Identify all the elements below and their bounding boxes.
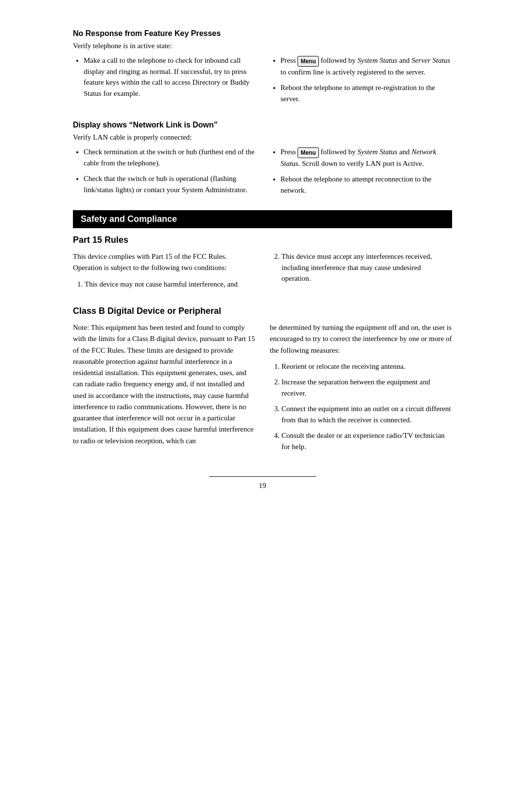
italic-text: Server Status — [412, 56, 451, 64]
list-item: Reorient or relocate the receiving anten… — [281, 361, 452, 372]
section1-right-bullets: Press Menu followed by System Status and… — [270, 55, 452, 104]
classB-heading: Class B Digital Device or Peripheral — [73, 306, 452, 316]
classB-columns: Note: This equipment has been tested and… — [73, 322, 452, 457]
part15-intro: This device complies with Part 15 of the… — [73, 251, 255, 274]
menu-key-icon: Menu — [298, 147, 318, 158]
section1-left-col: Make a call to the telephone to check fo… — [73, 55, 255, 109]
classB-left-col: Note: This equipment has been tested and… — [73, 322, 255, 457]
page-divider — [209, 476, 316, 477]
list-item: Reboot the telephone to attempt reconnec… — [280, 174, 452, 196]
italic-text: System Status — [357, 56, 397, 64]
section2-right-bullets: Press Menu followed by System Status and… — [270, 146, 452, 196]
section2-right-col: Press Menu followed by System Status and… — [270, 146, 452, 200]
list-item: Press Menu followed by System Status and… — [280, 55, 452, 77]
list-item: Press Menu followed by System Status and… — [280, 146, 452, 169]
section2-heading: Display shows “Network Link is Down” — [73, 121, 452, 129]
part15-left-col: This device complies with Part 15 of the… — [73, 251, 255, 294]
classB-right-para: be determined by turning the equipment o… — [270, 322, 452, 356]
list-item: Connect the equipment into an outlet on … — [281, 403, 452, 425]
section2-left-col: Check termination at the switch or hub (… — [73, 146, 255, 200]
part15-left-list: This device may not cause harmful interf… — [73, 279, 255, 290]
classB-right-col: be determined by turning the equipment o… — [270, 322, 452, 457]
part15-heading: Part 15 Rules — [73, 235, 452, 245]
list-item: Reboot the telephone to attempt re-regis… — [280, 82, 452, 104]
menu-key-icon: Menu — [298, 56, 318, 67]
section1-heading: No Response from Feature Key Presses — [73, 29, 452, 38]
italic-text: System Status — [357, 148, 397, 156]
list-item: Make a call to the telephone to check fo… — [84, 55, 255, 99]
section2-columns: Check termination at the switch or hub (… — [73, 146, 452, 200]
part15-columns: This device complies with Part 15 of the… — [73, 251, 452, 294]
classB-measures-list: Reorient or relocate the receiving anten… — [270, 361, 452, 452]
part15-right-col: This device must accept any interference… — [270, 251, 452, 294]
safety-banner: Safety and Compliance — [73, 210, 452, 228]
section1-columns: Make a call to the telephone to check fo… — [73, 55, 452, 109]
part15-right-list: This device must accept any interference… — [270, 251, 452, 284]
list-item: Consult the dealer or an experience radi… — [281, 430, 452, 452]
page-number: 19 — [73, 482, 452, 490]
list-item: Increase the separation between the equi… — [281, 377, 452, 398]
list-item: This device must accept any interference… — [281, 251, 452, 284]
section2-verify: Verify LAN cable is properly connected: — [73, 133, 452, 142]
section1-verify: Verify telephone is in active state: — [73, 42, 452, 50]
list-item: Check termination at the switch or hub (… — [84, 146, 255, 168]
page-container: No Response from Feature Key Presses Ver… — [73, 0, 452, 812]
section2-block: Display shows “Network Link is Down” Ver… — [73, 121, 452, 200]
section2-left-bullets: Check termination at the switch or hub (… — [73, 146, 255, 195]
section1-right-col: Press Menu followed by System Status and… — [270, 55, 452, 109]
list-item: Check that the switch or hub is operatio… — [84, 173, 255, 195]
classB-left-para: Note: This equipment has been tested and… — [73, 322, 255, 447]
section1-left-bullets: Make a call to the telephone to check fo… — [73, 55, 255, 99]
list-item: This device may not cause harmful interf… — [85, 279, 255, 290]
